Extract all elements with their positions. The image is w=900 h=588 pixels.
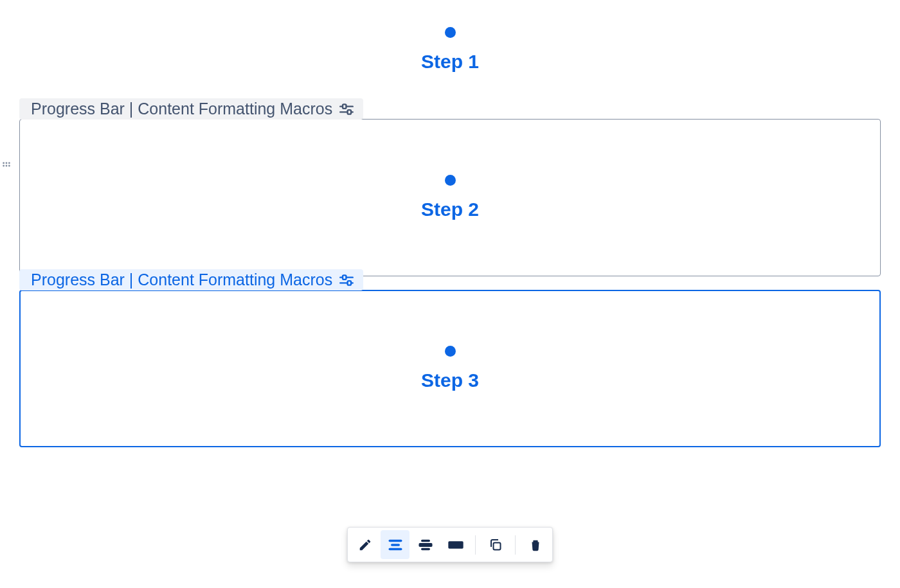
macro-tag-1-label: Progress Bar | Content Formatting Macros	[31, 100, 332, 118]
svg-rect-21	[421, 539, 430, 542]
edit-button[interactable]	[350, 530, 379, 559]
align-full-icon	[447, 536, 465, 554]
svg-point-3	[3, 165, 4, 167]
align-center-icon	[386, 536, 404, 554]
macro-box-2-selected[interactable]: Step 3	[19, 290, 881, 447]
svg-rect-20	[388, 548, 402, 550]
svg-rect-11	[348, 110, 351, 114]
svg-rect-8	[343, 104, 346, 109]
svg-rect-24	[448, 541, 463, 549]
svg-rect-22	[419, 543, 432, 547]
settings-sliders-icon	[338, 271, 356, 289]
svg-point-5	[8, 165, 10, 167]
progress-step-1: Step 1	[0, 0, 900, 98]
toolbar-divider	[515, 535, 516, 555]
align-center-button[interactable]	[381, 530, 410, 559]
svg-point-2	[8, 162, 10, 164]
step-1-label: Step 1	[421, 51, 479, 73]
step-dot-icon	[445, 175, 456, 186]
svg-rect-25	[493, 542, 500, 549]
copy-icon	[488, 537, 503, 553]
settings-sliders-icon	[338, 100, 356, 118]
svg-rect-18	[388, 539, 402, 542]
pencil-icon	[358, 538, 372, 552]
drag-handle-icon[interactable]	[0, 159, 13, 172]
svg-rect-19	[391, 544, 400, 546]
step-dot-icon	[445, 27, 456, 38]
align-full-button[interactable]	[441, 530, 470, 559]
delete-button[interactable]	[521, 530, 550, 559]
svg-point-1	[6, 162, 8, 164]
step-dot-icon	[445, 346, 456, 357]
macro-box-1[interactable]: Step 2	[19, 119, 881, 276]
svg-rect-17	[348, 281, 351, 285]
step-2-label: Step 2	[421, 199, 479, 220]
svg-point-4	[6, 165, 8, 167]
step-3-label: Step 3	[421, 370, 479, 391]
copy-button[interactable]	[481, 530, 510, 559]
align-wide-icon	[417, 536, 435, 554]
macro-tag-1[interactable]: Progress Bar | Content Formatting Macros	[19, 98, 363, 120]
align-wide-button[interactable]	[411, 530, 440, 559]
svg-point-0	[3, 162, 4, 164]
toolbar-divider	[475, 535, 476, 555]
svg-rect-23	[421, 548, 430, 550]
trash-icon	[528, 538, 543, 552]
floating-toolbar	[347, 527, 553, 562]
svg-rect-14	[343, 275, 346, 280]
macro-tag-2[interactable]: Progress Bar | Content Formatting Macros	[19, 269, 363, 290]
macro-tag-2-label: Progress Bar | Content Formatting Macros	[31, 271, 332, 289]
